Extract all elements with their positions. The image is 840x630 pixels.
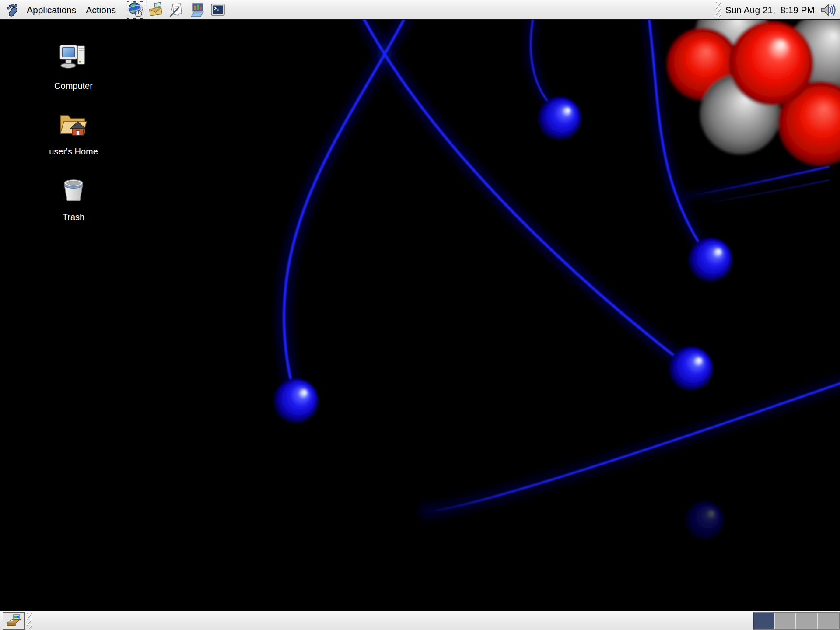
clock-applet[interactable]: Sun Aug 21, 8:19 PM (725, 5, 815, 15)
terminal-launcher[interactable] (209, 1, 227, 19)
desktop: Computer user's Home (0, 20, 840, 611)
workspace-switcher (753, 612, 840, 630)
gnome-foot-icon (4, 3, 19, 18)
main-menu-button[interactable] (0, 0, 22, 19)
desktop-icon-label: Computer (41, 81, 106, 91)
presentation-launcher[interactable] (189, 1, 206, 19)
presentation-icon (189, 2, 206, 18)
workspace-cell-2[interactable] (775, 612, 796, 629)
desktop-icon-trash[interactable]: Trash (41, 174, 106, 222)
menu-applications[interactable]: Applications (22, 0, 81, 19)
web-browser-icon (127, 2, 144, 18)
menu-actions[interactable]: Actions (81, 0, 121, 19)
email-icon (148, 2, 164, 18)
terminal-icon (210, 2, 226, 18)
speaker-icon (819, 1, 836, 19)
window-list-drag-handle[interactable] (27, 612, 32, 629)
desktop-icon-users-home[interactable]: user's Home (41, 108, 106, 156)
show-desktop-icon (6, 613, 22, 628)
wallpaper (0, 20, 840, 611)
workspace-cell-4[interactable] (818, 612, 839, 629)
volume-applet[interactable] (819, 1, 836, 19)
show-desktop-button[interactable] (3, 612, 25, 630)
bottom-panel (0, 611, 840, 630)
launcher-bar (127, 0, 227, 19)
desktop-icon-label: Trash (41, 212, 106, 222)
workspace-cell-3[interactable] (796, 612, 818, 629)
computer-icon (58, 42, 89, 74)
home-folder-icon (58, 108, 89, 140)
desktop-icon-label: user's Home (41, 147, 106, 156)
clock-applet-drag-handle[interactable] (716, 2, 721, 18)
word-processor-launcher[interactable] (168, 1, 186, 19)
word-processor-icon (168, 2, 185, 18)
web-browser-launcher[interactable] (127, 1, 144, 19)
trash-icon (58, 174, 89, 205)
top-panel: Applications Actions (0, 0, 840, 20)
email-launcher[interactable] (147, 1, 165, 19)
workspace-cell-1[interactable] (753, 612, 775, 629)
desktop-icon-computer[interactable]: Computer (41, 42, 106, 91)
